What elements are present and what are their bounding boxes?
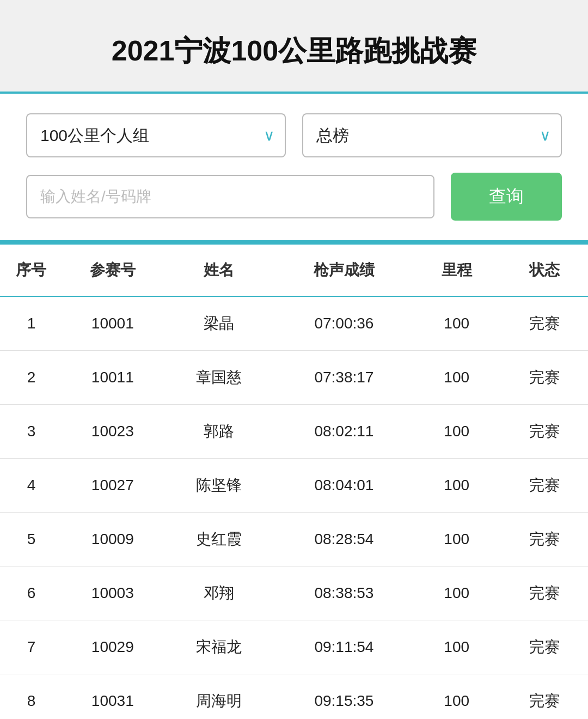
cell-status: 完赛 — [500, 512, 588, 566]
cell-num: 10009 — [63, 512, 163, 566]
cell-status: 完赛 — [500, 566, 588, 620]
cell-status: 完赛 — [500, 296, 588, 351]
rank-select-wrapper: 总榜 男子组 女子组 ∨ — [302, 113, 562, 157]
table-row: 210011章国慈07:38:17100完赛 — [0, 350, 588, 404]
cell-dist: 100 — [413, 458, 500, 512]
controls-section: 100公里个人组 100公里团体组 50公里个人组 ∨ 总榜 男子组 女子组 ∨… — [0, 92, 588, 242]
results-table-section: 序号 参赛号 姓名 枪声成绩 里程 状态 110001梁晶07:00:36100… — [0, 242, 588, 719]
cell-dist: 100 — [413, 512, 500, 566]
table-row: 510009史红霞08:28:54100完赛 — [0, 512, 588, 566]
cell-name: 陈坚锋 — [163, 458, 275, 512]
cell-num: 10031 — [63, 674, 163, 719]
col-header-seq: 序号 — [0, 243, 63, 296]
cell-name: 梁晶 — [163, 296, 275, 351]
cell-time: 07:00:36 — [275, 296, 413, 351]
table-row: 310023郭路08:02:11100完赛 — [0, 404, 588, 458]
col-header-name: 姓名 — [163, 243, 275, 296]
controls-row1: 100公里个人组 100公里团体组 50公里个人组 ∨ 总榜 男子组 女子组 ∨ — [26, 113, 562, 157]
query-button[interactable]: 查询 — [451, 173, 562, 221]
results-table: 序号 参赛号 姓名 枪声成绩 里程 状态 110001梁晶07:00:36100… — [0, 242, 588, 719]
cell-status: 完赛 — [500, 404, 588, 458]
search-input[interactable] — [26, 175, 434, 218]
table-row: 410027陈坚锋08:04:01100完赛 — [0, 458, 588, 512]
cell-time: 08:28:54 — [275, 512, 413, 566]
cell-time: 07:38:17 — [275, 350, 413, 404]
cell-status: 完赛 — [500, 350, 588, 404]
controls-row2: 查询 — [26, 173, 562, 221]
cell-num: 10029 — [63, 620, 163, 674]
table-row: 710029宋福龙09:11:54100完赛 — [0, 620, 588, 674]
table-row: 110001梁晶07:00:36100完赛 — [0, 296, 588, 351]
cell-seq: 2 — [0, 350, 63, 404]
cell-num: 10023 — [63, 404, 163, 458]
cell-time: 08:38:53 — [275, 566, 413, 620]
cell-seq: 6 — [0, 566, 63, 620]
page-title: 2021宁波100公里路跑挑战赛 — [112, 33, 476, 70]
cell-time: 09:15:35 — [275, 674, 413, 719]
group-select[interactable]: 100公里个人组 100公里团体组 50公里个人组 — [26, 113, 286, 157]
cell-seq: 5 — [0, 512, 63, 566]
cell-name: 周海明 — [163, 674, 275, 719]
cell-num: 10003 — [63, 566, 163, 620]
cell-dist: 100 — [413, 404, 500, 458]
cell-name: 宋福龙 — [163, 620, 275, 674]
cell-name: 郭路 — [163, 404, 275, 458]
table-row: 610003邓翔08:38:53100完赛 — [0, 566, 588, 620]
group-select-wrapper: 100公里个人组 100公里团体组 50公里个人组 ∨ — [26, 113, 286, 157]
cell-dist: 100 — [413, 566, 500, 620]
rank-select[interactable]: 总榜 男子组 女子组 — [302, 113, 562, 157]
cell-dist: 100 — [413, 620, 500, 674]
cell-seq: 8 — [0, 674, 63, 719]
cell-num: 10001 — [63, 296, 163, 351]
cell-time: 08:04:01 — [275, 458, 413, 512]
cell-seq: 4 — [0, 458, 63, 512]
cell-dist: 100 — [413, 350, 500, 404]
cell-seq: 1 — [0, 296, 63, 351]
col-header-status: 状态 — [500, 243, 588, 296]
col-header-num: 参赛号 — [63, 243, 163, 296]
cell-seq: 7 — [0, 620, 63, 674]
cell-num: 10027 — [63, 458, 163, 512]
col-header-dist: 里程 — [413, 243, 500, 296]
cell-num: 10011 — [63, 350, 163, 404]
cell-status: 完赛 — [500, 620, 588, 674]
cell-dist: 100 — [413, 296, 500, 351]
table-row: 810031周海明09:15:35100完赛 — [0, 674, 588, 719]
col-header-time: 枪声成绩 — [275, 243, 413, 296]
cell-name: 邓翔 — [163, 566, 275, 620]
cell-dist: 100 — [413, 674, 500, 719]
table-header-row: 序号 参赛号 姓名 枪声成绩 里程 状态 — [0, 243, 588, 296]
cell-time: 09:11:54 — [275, 620, 413, 674]
cell-name: 章国慈 — [163, 350, 275, 404]
cell-name: 史红霞 — [163, 512, 275, 566]
cell-time: 08:02:11 — [275, 404, 413, 458]
cell-status: 完赛 — [500, 458, 588, 512]
cell-seq: 3 — [0, 404, 63, 458]
cell-status: 完赛 — [500, 674, 588, 719]
